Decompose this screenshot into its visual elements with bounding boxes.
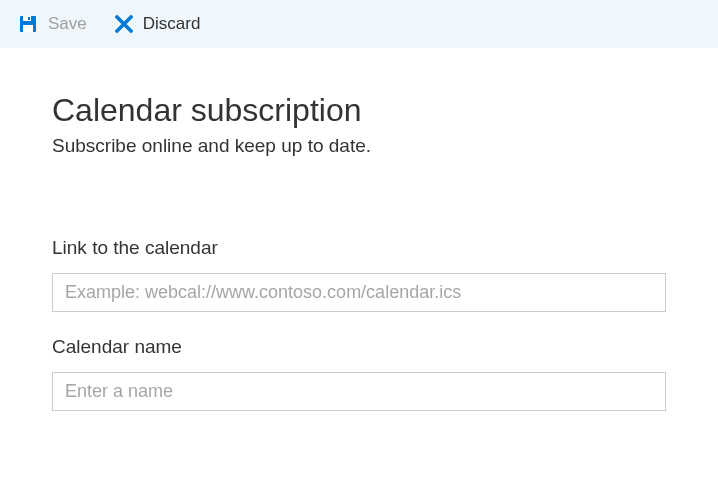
save-icon [18, 14, 38, 34]
name-input[interactable] [52, 372, 666, 411]
discard-button-label: Discard [143, 14, 201, 34]
svg-rect-2 [23, 25, 33, 32]
link-input[interactable] [52, 273, 666, 312]
save-button[interactable]: Save [18, 14, 87, 34]
page-title: Calendar subscription [52, 92, 666, 129]
content-area: Calendar subscription Subscribe online a… [0, 48, 718, 411]
name-field-label: Calendar name [52, 336, 666, 358]
svg-rect-3 [28, 17, 30, 20]
close-icon [115, 15, 133, 33]
link-field-group: Link to the calendar [52, 237, 666, 312]
discard-button[interactable]: Discard [115, 14, 201, 34]
link-field-label: Link to the calendar [52, 237, 666, 259]
name-field-group: Calendar name [52, 336, 666, 411]
save-button-label: Save [48, 14, 87, 34]
page-subtitle: Subscribe online and keep up to date. [52, 135, 666, 157]
toolbar: Save Discard [0, 0, 718, 48]
